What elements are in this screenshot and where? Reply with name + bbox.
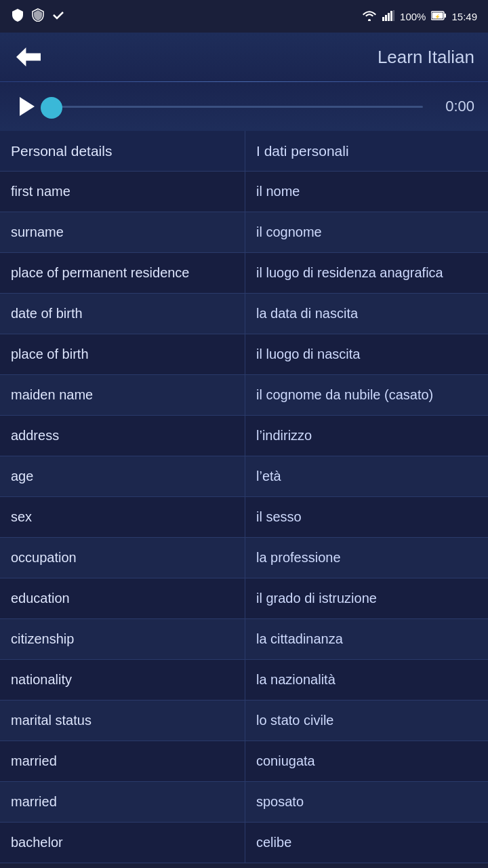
italian-cell: il luogo di nascita [245, 334, 488, 374]
audio-time: 0:00 [434, 98, 474, 115]
battery-text: 100% [400, 11, 426, 22]
italian-cell: la nazionalità [245, 660, 488, 700]
play-button[interactable] [14, 93, 41, 120]
shield-icon-1 [11, 8, 24, 24]
italian-cell: il luogo di residenza anagrafica [245, 253, 488, 293]
play-icon [20, 97, 35, 116]
back-arrow-icon [16, 47, 41, 66]
battery-icon: ⚡ [431, 11, 446, 22]
italian-cell: la professione [245, 538, 488, 578]
back-button[interactable] [14, 42, 43, 72]
english-cell: sex [0, 497, 245, 537]
english-cell: married [0, 782, 245, 822]
italian-cell: il cognome da nubile (casato) [245, 375, 488, 415]
table-row[interactable]: surnameil cognome [0, 212, 488, 253]
table-row[interactable]: Personal detailsI dati personali [0, 131, 488, 172]
english-cell: education [0, 578, 245, 618]
english-cell: bachelor [0, 823, 245, 863]
app-title: Learn Italian [378, 47, 474, 68]
svg-rect-2 [388, 13, 390, 21]
scrubber-track [52, 106, 423, 108]
italian-cell: celibe [245, 823, 488, 863]
english-cell: first name [0, 172, 245, 212]
italian-cell: il sesso [245, 497, 488, 537]
table-row[interactable]: marriedsposato [0, 782, 488, 823]
italian-cell: la data di nascita [245, 294, 488, 334]
scrubber-thumb [41, 97, 62, 119]
table-row[interactable]: educationil grado di istruzione [0, 578, 488, 619]
italian-cell: l’età [245, 456, 488, 496]
english-cell: place of permanent residence [0, 253, 245, 293]
table-row[interactable]: date of birthla data di nascita [0, 294, 488, 334]
english-cell: maiden name [0, 375, 245, 415]
svg-rect-3 [390, 11, 392, 21]
italian-cell: il cognome [245, 212, 488, 252]
status-right: 100% ⚡ 15:49 [362, 10, 477, 23]
table-row[interactable]: nationalityla nazionalità [0, 660, 488, 701]
svg-rect-1 [385, 15, 387, 21]
wifi-icon [362, 10, 377, 23]
english-cell: nationality [0, 660, 245, 700]
english-cell: place of birth [0, 334, 245, 374]
italian-cell: sposato [245, 782, 488, 822]
app-header: Learn Italian [0, 33, 488, 81]
italian-cell: il nome [245, 172, 488, 212]
table-row[interactable]: citizenshipla cittadinanza [0, 619, 488, 660]
time-display: 15:49 [451, 11, 477, 22]
table-row[interactable]: marriedconiugata [0, 741, 488, 782]
table-row[interactable]: bachelorcelibe [0, 823, 488, 863]
italian-cell: lo stato civile [245, 701, 488, 741]
audio-scrubber[interactable] [52, 93, 423, 120]
svg-rect-0 [382, 17, 384, 21]
italian-cell: l’indirizzo [245, 416, 488, 456]
english-cell: married [0, 741, 245, 781]
table-row[interactable]: agel’età [0, 456, 488, 497]
english-cell: date of birth [0, 294, 245, 334]
table-row[interactable]: first nameil nome [0, 172, 488, 212]
english-cell: age [0, 456, 245, 496]
table-row[interactable]: addressl’indirizzo [0, 416, 488, 456]
english-cell: citizenship [0, 619, 245, 659]
signal-icon [382, 10, 394, 23]
svg-rect-7 [445, 14, 447, 18]
shield-icon-2 [31, 8, 45, 24]
audio-player: 0:00 [0, 82, 488, 131]
svg-rect-4 [393, 10, 394, 21]
italian-cell: il grado di istruzione [245, 578, 488, 618]
table-row[interactable]: sexil sesso [0, 497, 488, 538]
english-cell: occupation [0, 538, 245, 578]
english-cell: address [0, 416, 245, 456]
english-cell: Personal details [0, 131, 245, 171]
status-bar: 100% ⚡ 15:49 [0, 0, 488, 33]
italian-cell: I dati personali [245, 131, 488, 171]
table-row[interactable]: marital statuslo stato civile [0, 701, 488, 741]
table-row[interactable]: place of permanent residenceil luogo di … [0, 253, 488, 294]
check-icon [52, 8, 65, 24]
table-row[interactable]: maiden nameil cognome da nubile (casato) [0, 375, 488, 416]
italian-cell: coniugata [245, 741, 488, 781]
vocab-table: Personal detailsI dati personalifirst na… [0, 131, 488, 863]
english-cell: marital status [0, 701, 245, 741]
svg-text:⚡: ⚡ [434, 14, 441, 20]
italian-cell: la cittadinanza [245, 619, 488, 659]
english-cell: surname [0, 212, 245, 252]
table-row[interactable]: place of birthil luogo di nascita [0, 334, 488, 375]
table-row[interactable]: occupationla professione [0, 538, 488, 578]
status-icons [11, 8, 65, 24]
